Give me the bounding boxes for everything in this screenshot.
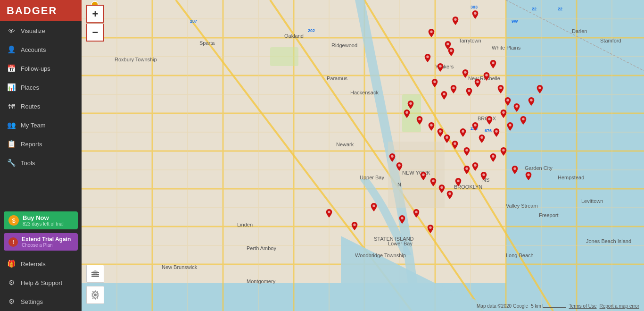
map-pin[interactable] [463, 147, 470, 156]
svg-text:Perth Amboy: Perth Amboy [247, 245, 276, 251]
extend-trial-button[interactable]: ! Extend Trial Again Choose a Plan [4, 233, 78, 251]
map-pin[interactable] [520, 116, 527, 125]
map-pin[interactable] [446, 191, 453, 199]
sidebar-item-referrals[interactable]: 🎁 Referrals [0, 254, 82, 273]
map-pin[interactable] [474, 79, 481, 87]
map-pin[interactable] [525, 172, 532, 180]
followups-icon: 📅 [7, 64, 16, 73]
map-pin[interactable] [437, 63, 444, 72]
map-pin[interactable] [500, 109, 507, 118]
map-settings-button[interactable] [86, 286, 104, 304]
svg-point-92 [468, 90, 470, 92]
map-pin[interactable] [399, 215, 405, 224]
map-pin[interactable] [455, 178, 462, 186]
map-pin[interactable] [466, 88, 472, 96]
map-pin[interactable] [416, 116, 423, 125]
sidebar-item-routes[interactable]: 🗺 Routes [0, 97, 82, 116]
zoom-out-button[interactable]: − [86, 24, 104, 42]
map-pin[interactable] [427, 225, 434, 233]
map-pin[interactable] [490, 153, 496, 162]
map-pin[interactable] [424, 54, 431, 62]
svg-text:Jones Beach Island: Jones Beach Island [586, 238, 631, 244]
zoom-in-button[interactable]: + [86, 5, 104, 23]
sidebar-item-help-support[interactable]: ⚙ Help & Support [0, 273, 82, 292]
sidebar-item-places[interactable]: 📊 Places [0, 78, 82, 97]
map-pin[interactable] [438, 185, 445, 193]
map-pin[interactable] [512, 166, 518, 174]
svg-point-86 [439, 65, 441, 67]
map-pin[interactable] [497, 85, 504, 93]
sidebar-label-accounts: Accounts [21, 46, 46, 53]
svg-text:Paramus: Paramus [327, 76, 348, 81]
svg-point-124 [466, 168, 468, 170]
terms-of-use-link[interactable]: Terms of Use [569, 303, 597, 309]
map-pin[interactable] [351, 222, 358, 230]
sidebar-item-visualize[interactable]: 👁 Visualize [0, 21, 82, 40]
map-pin[interactable] [480, 172, 487, 180]
sidebar-item-tools[interactable]: 🔧 Tools [0, 153, 82, 172]
svg-text:Woodbridge Township: Woodbridge Township [355, 252, 406, 258]
map-pin[interactable] [444, 134, 450, 143]
sidebar-spacer [0, 172, 82, 210]
map-pin[interactable] [413, 209, 420, 218]
map-pin[interactable] [428, 122, 435, 131]
map-container[interactable]: Sparta Roxbury Township Oakland Ridgewoo… [82, 0, 644, 311]
map-pin[interactable] [431, 79, 438, 87]
sidebar-item-settings[interactable]: ⚙ Settings [0, 292, 82, 311]
report-map-error-link[interactable]: Report a map error [600, 303, 639, 309]
map-pin[interactable] [460, 128, 466, 137]
map-pin[interactable] [441, 91, 447, 100]
map-pin[interactable] [493, 128, 500, 137]
svg-text:Oakland: Oakland [284, 33, 304, 39]
sidebar-item-reports[interactable]: 📋 Reports [0, 134, 82, 153]
map-pin[interactable] [528, 97, 535, 106]
svg-point-89 [434, 80, 436, 83]
map-pin[interactable] [407, 101, 414, 109]
svg-text:Linden: Linden [237, 222, 253, 227]
map-pin[interactable] [462, 69, 469, 78]
svg-text:Montgomery: Montgomery [247, 278, 276, 284]
map-pin[interactable] [420, 172, 427, 180]
map-pin[interactable] [486, 116, 493, 125]
map-pin[interactable] [404, 109, 410, 118]
map-layers-button[interactable] [86, 265, 104, 283]
map-pin[interactable] [450, 85, 457, 93]
map-pin[interactable] [389, 153, 396, 162]
svg-text:676: 676 [485, 128, 492, 133]
map-pin[interactable] [513, 103, 520, 112]
svg-point-111 [502, 111, 504, 114]
map-pin[interactable] [452, 17, 459, 25]
svg-point-112 [509, 124, 511, 126]
svg-point-106 [466, 149, 468, 151]
map-pin[interactable] [326, 209, 332, 218]
map-pin[interactable] [472, 122, 479, 131]
map-pin[interactable] [490, 60, 496, 68]
svg-point-99 [409, 102, 412, 104]
map-pin[interactable] [507, 122, 513, 131]
map-pin[interactable] [396, 162, 403, 171]
map-pin[interactable] [437, 128, 444, 137]
svg-point-126 [482, 174, 485, 176]
map-pin[interactable] [504, 97, 511, 106]
sidebar-item-follow-ups[interactable]: 📅 Follow-ups [0, 59, 82, 78]
sidebar-label-reports: Reports [21, 141, 42, 148]
map-pin[interactable] [537, 85, 543, 93]
map-pin[interactable] [479, 134, 485, 143]
sidebar-item-my-team[interactable]: 👥 My Team [0, 116, 82, 134]
svg-point-85 [426, 55, 429, 58]
map-pin[interactable] [428, 29, 435, 37]
map-pin[interactable] [452, 141, 458, 149]
map-pin[interactable] [463, 166, 470, 174]
map-pin[interactable] [472, 162, 479, 171]
map-pin[interactable] [500, 147, 507, 156]
map-pin[interactable] [483, 72, 490, 81]
exclamation-icon: ! [8, 237, 18, 247]
map-pin[interactable] [448, 48, 454, 56]
map-pin[interactable] [371, 203, 377, 211]
buy-now-subtitle: 823 days left of trial [23, 221, 64, 227]
buy-now-button[interactable]: $ Buy Now 823 days left of trial [4, 211, 78, 229]
map-footer: Map data ©2020 Google 5 km Terms of Use … [477, 303, 639, 309]
map-pin[interactable] [472, 10, 479, 19]
sidebar-item-accounts[interactable]: 👤 Accounts [0, 40, 82, 59]
map-pin[interactable] [430, 178, 437, 186]
